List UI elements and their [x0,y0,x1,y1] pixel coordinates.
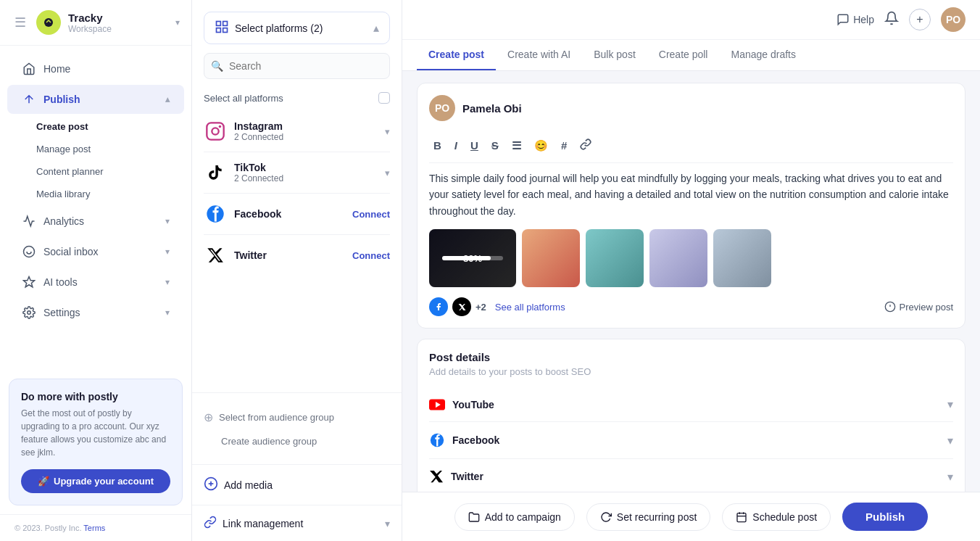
author-name: Pamela Obi [462,102,522,115]
facebook-connect-button[interactable]: Connect [352,209,390,220]
editor-toolbar: B I U S ☰ 😊 # [429,131,953,163]
sub-nav-manage-post[interactable]: Manage post [36,138,191,160]
select-all-checkbox[interactable] [378,92,390,104]
schedule-post-label: Schedule post [752,511,817,523]
platform-row-facebook[interactable]: Facebook Connect [204,194,390,235]
add-media-button[interactable]: Add media [192,464,402,505]
social-inbox-chevron-icon: ▾ [165,247,170,257]
add-to-campaign-button[interactable]: Add to campaign [454,503,575,531]
post-text[interactable]: This simple daily food journal will help… [429,170,953,219]
see-all-platforms-link[interactable]: See all platforms [495,302,565,313]
add-button[interactable]: + [909,9,931,30]
hamburger-button[interactable]: ☰ [12,12,29,33]
emoji-button[interactable]: 😊 [530,136,552,155]
tab-create-with-ai[interactable]: Create with AI [496,40,582,70]
link-management-row[interactable]: Link management ▾ [192,505,402,541]
set-recurring-post-button[interactable]: Set recurring post [586,503,711,531]
create-audience-label: Create audience group [204,436,317,447]
tiktok-info: TikTok 2 Connected [234,162,385,183]
instagram-connected: 2 Connected [234,132,385,142]
youtube-chevron-icon: ▾ [947,397,953,411]
publish-button[interactable]: Publish [842,503,928,531]
middle-panel: Select platforms (2) ▴ 🔍 Select all plat… [192,0,402,541]
sidebar-item-publish[interactable]: Publish ▴ [7,85,184,114]
detail-platform-youtube[interactable]: YouTube ▾ [429,387,953,422]
notifications-button[interactable] [884,11,899,29]
bold-button[interactable]: B [429,136,446,154]
instagram-logo [204,120,227,143]
inbox-icon [22,244,36,259]
italic-button[interactable]: I [450,136,462,154]
post-details-title: Post details [429,351,953,363]
sidebar-item-analytics[interactable]: Analytics ▾ [7,207,184,236]
image-thumb-1[interactable]: 80% [429,229,516,287]
sub-nav-create-post[interactable]: Create post [36,115,191,138]
hashtag-button[interactable]: # [557,136,571,154]
platform-dropdown-left: Select platforms (2) [215,20,323,36]
search-input[interactable] [204,53,390,79]
tab-manage-drafts[interactable]: Manage drafts [719,40,807,70]
link-mgmt-left: Link management [204,516,303,531]
avatar[interactable]: PO [941,7,966,32]
platform-row-tiktok[interactable]: TikTok 2 Connected ▾ [204,152,390,194]
select-audience-group[interactable]: ⊕ Select from audience group [204,405,390,430]
twitter-logo [204,244,227,267]
link-button[interactable] [576,136,596,155]
tiktok-connected: 2 Connected [234,173,385,183]
instagram-info: Instagram 2 Connected [234,120,385,142]
sidebar-item-settings[interactable]: Settings ▾ [7,298,184,327]
platform-dropdown-label: Select platforms (2) [235,22,323,34]
upgrade-button-label: Upgrade your account [54,476,154,487]
detail-platform-facebook[interactable]: Facebook ▾ [429,422,953,459]
audience-section: ⊕ Select from audience group Create audi… [192,392,402,464]
app-name-block: Tracky Workspace [68,12,168,34]
platform-row-instagram[interactable]: Instagram 2 Connected ▾ [204,111,390,152]
create-audience-group[interactable]: Create audience group [204,430,390,453]
image-thumb-4[interactable] [649,229,707,287]
svg-rect-5 [223,22,228,26]
home-icon [22,62,36,76]
tab-bar: Create post Create with AI Bulk post Cre… [402,40,980,70]
sidebar-item-social-inbox[interactable]: Social inbox ▾ [7,237,184,266]
author-row: PO Pamela Obi [429,95,953,121]
twitter-connect-button[interactable]: Connect [352,250,390,261]
twitter-badge [452,297,471,316]
image-thumb-5[interactable] [713,229,771,287]
post-details-subtitle: Add details to your posts to boost SEO [429,366,953,377]
detail-platform-twitter[interactable]: Twitter ▾ [429,459,953,492]
platform-badges: +2 See all platforms [429,297,565,316]
settings-icon [22,305,36,320]
facebook-badge [429,297,448,316]
badge-count: +2 [476,302,486,313]
svg-rect-8 [207,123,223,139]
help-button[interactable]: Help [836,13,874,26]
svg-point-9 [212,128,218,134]
preview-post-button[interactable]: Preview post [884,301,953,313]
twitter-detail-chevron-icon: ▾ [947,470,953,484]
list-button[interactable]: ☰ [507,136,526,155]
workspace-chevron-icon[interactable]: ▾ [175,17,180,28]
tab-create-poll[interactable]: Create poll [647,40,720,70]
sub-nav-content-planner[interactable]: Content planner [36,160,191,183]
image-thumb-3[interactable] [586,229,644,287]
sub-nav-media-library[interactable]: Media library [36,183,191,205]
youtube-detail-label: YouTube [452,399,494,410]
tab-create-post[interactable]: Create post [417,40,496,70]
workspace-label: Workspace [68,24,168,34]
schedule-post-button[interactable]: Schedule post [722,503,831,531]
svg-point-0 [44,18,53,27]
platform-dropdown[interactable]: Select platforms (2) ▴ [204,12,390,44]
terms-link[interactable]: Terms [83,524,105,532]
image-thumb-2[interactable] [522,229,580,287]
progress-text: 80% [463,253,482,264]
svg-point-1 [24,247,35,257]
platform-row-twitter[interactable]: Twitter Connect [204,235,390,276]
underline-button[interactable]: U [466,136,483,154]
upgrade-button[interactable]: 🚀 Upgrade your account [21,469,170,493]
tab-bulk-post[interactable]: Bulk post [582,40,647,70]
sidebar-item-ai-tools[interactable]: AI tools ▾ [7,268,184,297]
strikethrough-button[interactable]: S [487,136,503,154]
select-all-row: Select all platforms [204,88,390,111]
twitter-detail-left: Twitter [429,469,483,484]
sidebar-item-home[interactable]: Home [7,54,184,83]
